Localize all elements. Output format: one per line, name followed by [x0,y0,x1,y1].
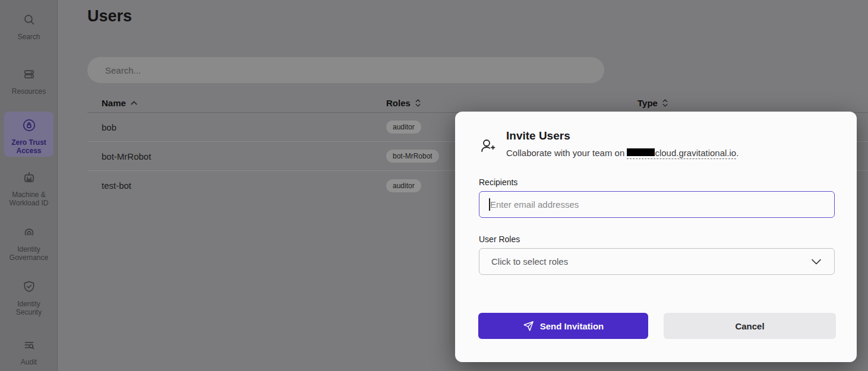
column-header-name[interactable]: Name [87,98,386,108]
sort-both-icon [662,99,668,107]
role-pill: auditor [386,179,421,192]
invite-users-modal: Invite Users Collaborate with your team … [455,112,857,362]
sidebar-item-label: Machine & Workload ID [2,191,56,207]
sidebar-item-label: Audit [21,358,37,366]
sort-both-icon [415,99,421,107]
sidebar: Search Resources Zero Trust Access [0,0,58,371]
user-name: bob [87,122,386,132]
table-header-row: Name Roles Type [87,94,868,113]
sidebar-item-label: Zero Trust Access [8,138,50,155]
sidebar-item-audit[interactable]: Audit [0,337,58,366]
search-icon [21,12,37,30]
person-add-icon [479,137,497,158]
sidebar-item-zero-trust-access[interactable]: Zero Trust Access [4,112,53,157]
cancel-button[interactable]: Cancel [664,313,836,339]
sort-asc-icon [130,100,138,106]
cluster-domain: cloud.gravitational.io [627,148,736,159]
sidebar-item-label: Resources [12,87,46,96]
search-input[interactable] [87,57,604,83]
column-header-roles[interactable]: Roles [386,98,637,108]
send-invitation-button[interactable]: Send Invitation [478,313,648,339]
column-header-type[interactable]: Type [637,98,868,108]
lock-circle-icon [21,118,37,135]
text-cursor [489,198,490,211]
chevron-down-icon [810,258,822,265]
fingerprint-icon [21,224,37,242]
user-name: bot-MrRobot [87,151,386,161]
modal-title: Invite Users [506,129,738,142]
sidebar-item-search[interactable]: Search [0,12,58,41]
modal-header: Invite Users Collaborate with your team … [479,129,738,158]
page-title: Users [87,7,132,26]
shield-check-icon [21,279,37,297]
sidebar-item-label: Identity Governance [3,245,55,262]
list-search-icon [21,337,37,355]
recipients-label: Recipients [479,177,517,187]
user-name: test-bot [87,180,386,191]
role-pill: auditor [386,121,421,134]
roles-select-placeholder: Click to select roles [491,256,568,267]
send-icon [523,321,534,332]
sidebar-item-resources[interactable]: Resources [0,66,58,96]
user-roles-label: User Roles [479,234,520,244]
modal-subtitle: Collaborate with your team on cloud.grav… [506,148,738,158]
sidebar-item-label: Search [17,33,40,41]
robot-icon [21,170,37,188]
sidebar-item-label: Identity Security [8,300,50,316]
roles-select[interactable]: Click to select roles [479,248,835,275]
resources-icon [21,66,37,84]
role-pill: bot-MrRobot [386,150,439,163]
redacted-tenant-name [627,148,655,156]
sidebar-item-identity-security[interactable]: Identity Security [0,279,58,316]
sidebar-item-machine-workload-id[interactable]: Machine & Workload ID [0,170,58,207]
recipients-input[interactable] [479,191,835,218]
sidebar-item-identity-governance[interactable]: Identity Governance [0,224,58,262]
